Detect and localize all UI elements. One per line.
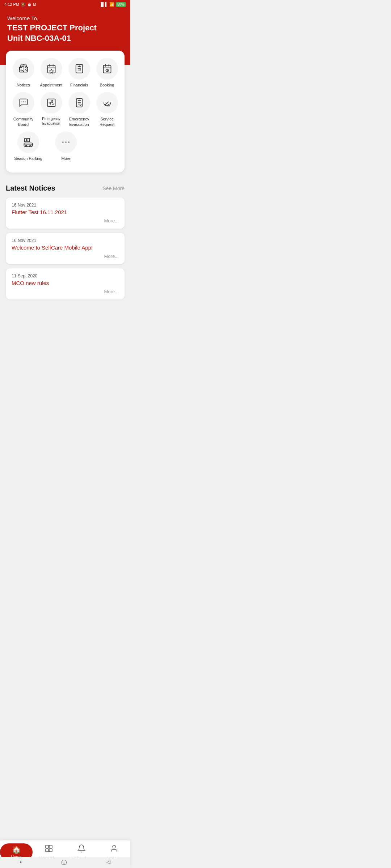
financials-icon-circle: $ bbox=[68, 58, 90, 80]
battery-icon: 88% bbox=[116, 2, 126, 7]
notice-more-1[interactable]: More... bbox=[12, 218, 119, 224]
grid-row-2: Community Board EmergencyEvacuation bbox=[9, 92, 121, 127]
section-title: Latest Notices bbox=[6, 184, 55, 192]
season-parking-icon: P bbox=[23, 137, 33, 147]
wifi-icon: 📶 bbox=[109, 2, 114, 7]
svg-point-17 bbox=[65, 141, 67, 143]
emergency-evacuation-label: EmergencyEvacuation bbox=[42, 116, 60, 126]
project-title: TEST PROJECT Project Unit NBC-03A-01 bbox=[7, 23, 123, 43]
latest-notices-section: Latest Notices See More 16 Nov 2021 Flut… bbox=[0, 178, 130, 307]
notices-icon-circle bbox=[13, 58, 34, 80]
menu-item-service-request[interactable]: Service Request bbox=[93, 92, 121, 127]
menu-item-community-board[interactable]: Community Board bbox=[9, 92, 37, 127]
forms-info-label: Emergency Evacuation bbox=[65, 116, 93, 127]
season-parking-label: Season Parking bbox=[14, 156, 42, 161]
season-parking-icon-circle: P bbox=[17, 131, 39, 153]
emergency-evacuation-icon-circle bbox=[41, 92, 62, 114]
forms-info-icon-circle bbox=[68, 92, 90, 114]
notice-date-1: 16 Nov 2021 bbox=[12, 203, 119, 208]
menu-item-booking[interactable]: Booking bbox=[93, 58, 121, 88]
notice-card-1[interactable]: 16 Nov 2021 Flutter Test 16.11.2021 More… bbox=[6, 197, 125, 229]
notice-title-3: MCO new rules bbox=[12, 280, 119, 286]
menu-item-appointment[interactable]: Appointment bbox=[37, 58, 65, 88]
service-request-label: Service Request bbox=[93, 116, 121, 127]
notice-title-2: Welcome to SelfCare Mobile App! bbox=[12, 244, 119, 251]
menu-item-financials[interactable]: $ Financials bbox=[65, 58, 93, 88]
booking-icon-circle bbox=[96, 58, 118, 80]
notice-title-1: Flutter Test 16.11.2021 bbox=[12, 209, 119, 215]
welcome-text: Welcome To, bbox=[7, 15, 123, 21]
community-board-icon-circle bbox=[13, 92, 34, 114]
svg-point-18 bbox=[68, 141, 70, 143]
silent-icon: 🔕 bbox=[21, 2, 26, 7]
notice-more-2[interactable]: More... bbox=[12, 254, 119, 259]
menu-item-more[interactable]: More bbox=[51, 131, 80, 161]
svg-rect-10 bbox=[76, 99, 82, 107]
content-area: Notices Appointment bbox=[0, 51, 130, 336]
menu-item-notices[interactable]: Notices bbox=[9, 58, 37, 88]
booking-icon bbox=[102, 64, 112, 74]
status-right: ▐▌▌ 📶 88% bbox=[100, 2, 126, 7]
m-icon: M bbox=[33, 3, 36, 7]
more-label: More bbox=[61, 156, 70, 161]
financials-icon: $ bbox=[74, 64, 84, 74]
svg-point-16 bbox=[62, 141, 64, 143]
forms-info-icon bbox=[74, 98, 84, 108]
status-left: 4:12 PM 🔕 ⏰ M bbox=[4, 2, 36, 7]
menu-item-emergency-evacuation[interactable]: EmergencyEvacuation bbox=[37, 92, 65, 127]
svg-point-9 bbox=[51, 100, 52, 101]
signal-icon: ▐▌▌ bbox=[100, 2, 108, 7]
svg-point-4 bbox=[80, 70, 80, 70]
see-more-button[interactable]: See More bbox=[102, 186, 125, 191]
notices-label: Notices bbox=[17, 82, 30, 88]
section-header: Latest Notices See More bbox=[6, 184, 125, 192]
menu-grid-card: Notices Appointment bbox=[6, 51, 125, 173]
emergency-evacuation-icon bbox=[46, 98, 56, 108]
notice-card-3[interactable]: 11 Sept 2020 MCO new rules More... bbox=[6, 268, 125, 299]
grid-row-1: Notices Appointment bbox=[9, 58, 121, 88]
community-board-icon bbox=[18, 98, 29, 108]
more-icon-circle bbox=[55, 131, 77, 153]
menu-item-forms-info[interactable]: Emergency Evacuation bbox=[65, 92, 93, 127]
alarm-icon: ⏰ bbox=[27, 3, 31, 7]
grid-row-3: P Season Parking M bbox=[9, 131, 121, 161]
notice-more-3[interactable]: More... bbox=[12, 289, 119, 294]
notices-icon bbox=[18, 64, 29, 74]
more-icon bbox=[61, 137, 71, 147]
appointment-label: Appointment bbox=[40, 82, 63, 88]
svg-text:P: P bbox=[26, 139, 28, 142]
community-board-label: Community Board bbox=[9, 116, 37, 127]
booking-label: Booking bbox=[100, 82, 114, 88]
notice-card-2[interactable]: 16 Nov 2021 Welcome to SelfCare Mobile A… bbox=[6, 233, 125, 264]
time: 4:12 PM bbox=[4, 2, 19, 7]
notice-date-2: 16 Nov 2021 bbox=[12, 238, 119, 243]
appointment-icon bbox=[46, 64, 56, 74]
status-bar: 4:12 PM 🔕 ⏰ M ▐▌▌ 📶 88% bbox=[0, 0, 130, 9]
menu-item-season-parking[interactable]: P Season Parking bbox=[14, 131, 43, 161]
service-request-icon bbox=[102, 98, 112, 108]
notice-date-3: 11 Sept 2020 bbox=[12, 273, 119, 278]
financials-label: Financials bbox=[70, 82, 88, 88]
appointment-icon-circle bbox=[41, 58, 62, 80]
service-request-icon-circle bbox=[96, 92, 118, 114]
